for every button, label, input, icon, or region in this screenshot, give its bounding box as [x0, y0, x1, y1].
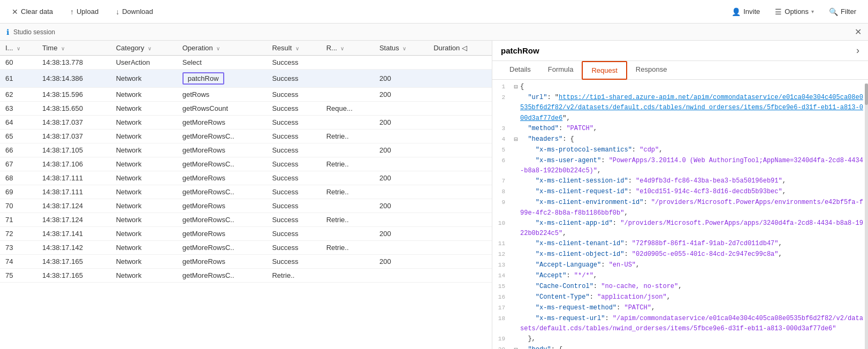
table-row[interactable]: 7214:38:17.141NetworkgetMoreRowsSuccess2…	[0, 227, 492, 241]
code-line: 18 "x-ms-request-url": "/apim/commondata…	[492, 314, 868, 334]
col-header-id[interactable]: I... ∨	[0, 41, 37, 56]
session-close-button[interactable]: ✕	[855, 28, 862, 36]
table-row[interactable]: 7114:38:17.124NetworkgetMoreRowsC..Succe…	[0, 213, 492, 227]
code-line: 8 "x-ms-client-request-id": "e10cd151-91…	[492, 187, 868, 198]
toolbar: ✕ Clear data ↑ Upload ↓ Download 👤 Invit…	[0, 0, 868, 24]
code-view[interactable]: 1⊟{2 "url": "https://tip1-shared.azure-a…	[492, 80, 868, 349]
table-row[interactable]: 6314:38:15.650NetworkgetRowsCountSuccess…	[0, 102, 492, 116]
right-scrollbar[interactable]	[865, 84, 868, 349]
json-url[interactable]: https://tip1-shared.azure-apim.net/apim/…	[520, 94, 863, 122]
table-row[interactable]: 7414:38:17.165NetworkgetMoreRowsSuccess2…	[0, 255, 492, 269]
code-line: 1⊟{	[492, 82, 868, 93]
options-button[interactable]: ☰ Options ▾	[772, 5, 817, 18]
code-line: 14 "Accept": "*/*",	[492, 271, 868, 282]
detail-tabs: Details Formula Request Response	[492, 61, 868, 80]
code-line: 19 },	[492, 334, 868, 345]
code-line: 15 "Cache-Control": "no-cache, no-store"…	[492, 282, 868, 292]
code-line: 3 "method": "PATCH",	[492, 124, 868, 134]
table-wrapper[interactable]: I... ∨ Time ∨ Category ∨ Operation ∨ Res…	[0, 41, 492, 349]
code-line: 9 "x-ms-client-environment-id": "/provid…	[492, 198, 868, 218]
operation-highlight: patchRow	[182, 72, 224, 85]
code-line: 13 "Accept-Language": "en-US",	[492, 260, 868, 271]
table-row[interactable]: 6214:38:15.596NetworkgetRowsSuccess200	[0, 88, 492, 102]
code-line: 4⊟ "headers": {	[492, 134, 868, 145]
col-header-status[interactable]: Status ∨	[374, 41, 428, 56]
tab-request[interactable]: Request	[582, 61, 627, 80]
col-header-r[interactable]: R... ∨	[321, 41, 374, 56]
options-chevron-icon: ▾	[811, 9, 814, 14]
col-header-result[interactable]: Result ∨	[267, 41, 321, 56]
filter-icon: 🔍	[829, 7, 838, 16]
col-header-duration[interactable]: Duration ◁	[428, 41, 492, 56]
tab-details[interactable]: Details	[501, 61, 539, 80]
code-line: 7 "x-ms-client-session-id": "e4d9fb3d-fc…	[492, 176, 868, 187]
code-line: 16 "Content-Type": "application/json",	[492, 292, 868, 303]
data-table: I... ∨ Time ∨ Category ∨ Operation ∨ Res…	[0, 41, 492, 283]
code-line: 20⊟ "body": {	[492, 345, 868, 349]
table-row[interactable]: 6414:38:17.037NetworkgetMoreRowsSuccess2…	[0, 116, 492, 130]
code-line: 12 "x-ms-client-object-id": "02d0905c-e0…	[492, 249, 868, 260]
code-line: 10 "x-ms-client-app-id": "/providers/Mic…	[492, 218, 868, 239]
col-header-category[interactable]: Category ∨	[111, 41, 177, 56]
invite-icon: 👤	[732, 7, 741, 16]
code-line: 6 "x-ms-user-agent": "PowerApps/3.20114.…	[492, 156, 868, 176]
upload-icon: ↑	[70, 7, 74, 16]
table-row[interactable]: 6814:38:17.111NetworkgetMoreRowsSuccess2…	[0, 171, 492, 185]
code-line: 11 "x-ms-client-tenant-id": "72f988bf-86…	[492, 239, 868, 249]
table-row[interactable]: 7314:38:17.142NetworkgetMoreRowsC..Succe…	[0, 241, 492, 255]
table-row[interactable]: 7514:38:17.165NetworkgetMoreRowsC..Retri…	[0, 269, 492, 283]
expand-panel-button[interactable]: ›	[856, 45, 859, 56]
code-line: 2 "url": "https://tip1-shared.azure-apim…	[492, 93, 868, 124]
table-row[interactable]: 6114:38:14.386NetworkpatchRowSuccess200	[0, 70, 492, 88]
code-line: 5 "x-ms-protocol-semantics": "cdp",	[492, 145, 868, 156]
clear-data-button[interactable]: ✕ Clear data	[9, 5, 56, 18]
main-layout: I... ∨ Time ∨ Category ∨ Operation ∨ Res…	[0, 41, 868, 349]
code-line: 17 "x-ms-request-method": "PATCH",	[492, 303, 868, 314]
session-label: Studio session	[13, 28, 55, 36]
toolbar-right: 👤 Invite ☰ Options ▾ 🔍 Filter	[728, 5, 859, 18]
table-row[interactable]: 6714:38:17.106NetworkgetMoreRowsC..Succe…	[0, 157, 492, 171]
table-row[interactable]: 6014:38:13.778UserActionSelectSuccess	[0, 56, 492, 70]
download-icon: ↓	[116, 7, 119, 16]
table-row[interactable]: 6514:38:17.037NetworkgetMoreRowsC..Succe…	[0, 130, 492, 143]
filter-button[interactable]: 🔍 Filter	[826, 5, 859, 18]
invite-button[interactable]: 👤 Invite	[728, 5, 763, 18]
right-scrollbar-thumb	[865, 84, 868, 105]
detail-panel-header: patchRow ›	[492, 41, 868, 61]
upload-button[interactable]: ↑ Upload	[67, 5, 102, 18]
options-icon: ☰	[775, 7, 782, 16]
left-panel: I... ∨ Time ∨ Category ∨ Operation ∨ Res…	[0, 41, 492, 349]
download-button[interactable]: ↓ Download	[112, 5, 156, 18]
right-panel: patchRow › Details Formula Request Respo…	[492, 41, 868, 349]
clear-icon: ✕	[12, 7, 18, 16]
info-icon: ℹ	[6, 28, 9, 36]
tab-formula[interactable]: Formula	[539, 61, 582, 80]
table-row[interactable]: 6614:38:17.105NetworkgetMoreRowsSuccess2…	[0, 143, 492, 157]
table-row[interactable]: 7014:38:17.124NetworkgetMoreRowsSuccess2…	[0, 199, 492, 213]
detail-panel-title: patchRow	[501, 46, 539, 55]
table-row[interactable]: 6914:38:17.111NetworkgetMoreRowsC..Succe…	[0, 185, 492, 199]
tab-response[interactable]: Response	[627, 61, 676, 80]
col-header-time[interactable]: Time ∨	[37, 41, 111, 56]
session-bar: ℹ Studio session ✕	[0, 24, 868, 41]
col-header-operation[interactable]: Operation ∨	[177, 41, 267, 56]
